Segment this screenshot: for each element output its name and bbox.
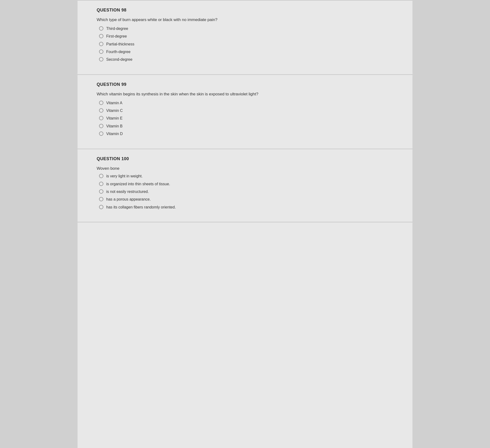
list-item: Partial-thickness — [99, 42, 393, 47]
question-text-99: Which vitamin begins its synthesis in th… — [97, 91, 393, 97]
option-label: has a porous appearance. — [106, 197, 393, 202]
option-label: Vitamin D — [106, 131, 393, 136]
option-label: Vitamin B — [106, 124, 393, 129]
page-container: QUESTION 98 Which type of burn appears w… — [78, 0, 412, 448]
list-item: is not easily restructured. — [99, 189, 393, 194]
option-label: Fourth-degree — [106, 49, 393, 54]
options-list-98: Third-degree First-degree Partial-thickn… — [97, 26, 393, 62]
list-item: has a porous appearance. — [99, 197, 393, 202]
radio-option-99-3[interactable] — [99, 124, 103, 128]
radio-option-100-0[interactable] — [99, 174, 103, 178]
radio-option-98-3[interactable] — [99, 50, 103, 54]
options-list-100: is very light in weight. is organized in… — [97, 174, 393, 210]
option-label: Partial-thickness — [106, 42, 393, 47]
question-number-98: QUESTION 98 — [97, 8, 393, 13]
option-label: Third-degree — [106, 26, 393, 31]
radio-option-100-3[interactable] — [99, 197, 103, 201]
option-label: has its collagen fibers randomly oriente… — [106, 205, 393, 210]
list-item: Third-degree — [99, 26, 393, 31]
list-item: Vitamin B — [99, 124, 393, 129]
list-item: has its collagen fibers randomly oriente… — [99, 205, 393, 210]
option-label: Vitamin C — [106, 108, 393, 113]
option-label: Second-degree — [106, 57, 393, 62]
radio-option-98-1[interactable] — [99, 34, 103, 38]
question-text-98: Which type of burn appears white or blac… — [97, 17, 393, 23]
radio-option-99-0[interactable] — [99, 101, 103, 105]
option-label: is not easily restructured. — [106, 189, 393, 194]
options-list-99: Vitamin A Vitamin C Vitamin E Vitamin B … — [97, 101, 393, 137]
option-label: First-degree — [106, 34, 393, 39]
question-block-100: QUESTION 100 Woven bone is very light in… — [78, 149, 412, 223]
radio-option-99-1[interactable] — [99, 108, 103, 113]
question-number-100: QUESTION 100 — [97, 156, 393, 161]
question-number-99: QUESTION 99 — [97, 82, 393, 87]
radio-option-100-4[interactable] — [99, 205, 103, 209]
list-item: First-degree — [99, 34, 393, 39]
radio-option-98-4[interactable] — [99, 57, 103, 61]
option-label: Vitamin E — [106, 116, 393, 121]
radio-option-99-4[interactable] — [99, 131, 103, 136]
list-item: Vitamin D — [99, 131, 393, 136]
list-item: Vitamin E — [99, 116, 393, 121]
radio-option-98-0[interactable] — [99, 26, 103, 31]
radio-option-98-2[interactable] — [99, 42, 103, 46]
question-block-99: QUESTION 99 Which vitamin begins its syn… — [78, 75, 412, 149]
radio-option-99-2[interactable] — [99, 116, 103, 120]
list-item: is very light in weight. — [99, 174, 393, 179]
option-label: Vitamin A — [106, 101, 393, 106]
question-block-98: QUESTION 98 Which type of burn appears w… — [78, 0, 412, 75]
list-item: Second-degree — [99, 57, 393, 62]
option-label: is organized into thin sheets of tissue. — [106, 181, 393, 187]
radio-option-100-2[interactable] — [99, 189, 103, 194]
option-label: is very light in weight. — [106, 174, 393, 179]
list-item: Fourth-degree — [99, 49, 393, 54]
question-text-100: Woven bone — [97, 166, 393, 171]
list-item: is organized into thin sheets of tissue. — [99, 181, 393, 187]
list-item: Vitamin C — [99, 108, 393, 113]
radio-option-100-1[interactable] — [99, 182, 103, 186]
list-item: Vitamin A — [99, 101, 393, 106]
